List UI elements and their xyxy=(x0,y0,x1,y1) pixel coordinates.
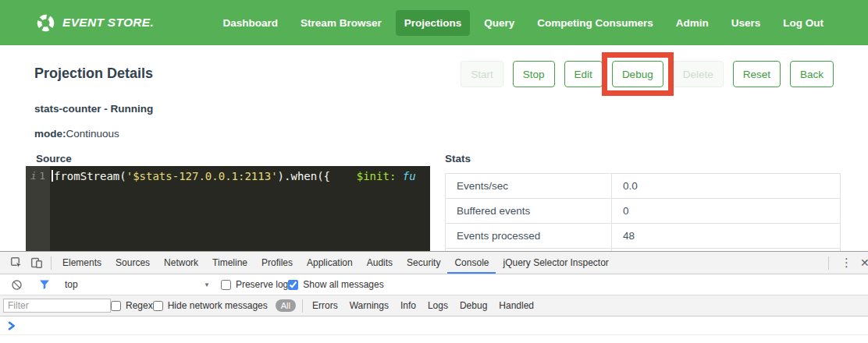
nav-item-stream-browser[interactable]: Stream Browser xyxy=(292,10,390,36)
filter-level-warnings[interactable]: Warnings xyxy=(350,300,389,311)
tab-sources[interactable]: Sources xyxy=(108,252,157,274)
nav-item-admin[interactable]: Admin xyxy=(667,10,717,36)
stat-label: Buffered events xyxy=(446,199,612,223)
filter-level-errors[interactable]: Errors xyxy=(312,300,338,311)
nav-item-users[interactable]: Users xyxy=(723,10,770,36)
tab-timeline[interactable]: Timeline xyxy=(205,252,254,274)
stat-label: Events processed xyxy=(446,224,612,248)
filter-all-badge[interactable]: All xyxy=(276,299,296,312)
code-token-type: fu xyxy=(403,170,416,182)
device-toolbar-icon[interactable] xyxy=(27,253,47,273)
delete-button: Delete xyxy=(673,61,724,87)
page-title: Projection Details xyxy=(34,65,153,82)
reset-button[interactable]: Reset xyxy=(733,61,781,87)
text-cursor xyxy=(52,170,53,182)
code-token xyxy=(396,170,402,182)
filter-input[interactable] xyxy=(3,299,111,313)
page-root: EVENT STORE. Dashboard Stream Browser Pr… xyxy=(0,0,868,343)
nav-item-projections[interactable]: Projections xyxy=(396,10,471,36)
source-heading: Source xyxy=(36,153,72,164)
tab-console[interactable]: Console xyxy=(447,252,496,274)
stats-heading: Stats xyxy=(445,153,471,164)
stat-value: 0 xyxy=(612,199,840,223)
stat-value: 48 xyxy=(612,224,840,248)
start-button: Start xyxy=(461,61,503,87)
projection-status: stats-counter - Running xyxy=(34,103,153,115)
stat-label: Events/sec xyxy=(446,174,612,198)
console-filter-bar: Regex Hide network messages All Errors W… xyxy=(0,295,868,316)
stats-table: Events/sec 0.0 Buffered events 0 Events … xyxy=(445,173,841,251)
hide-network-messages-checkbox[interactable] xyxy=(153,301,163,311)
line-number: 1 xyxy=(39,168,45,251)
mode-label: mode: xyxy=(34,128,66,140)
filter-icon[interactable] xyxy=(34,274,55,295)
show-all-messages-checkbox[interactable] xyxy=(288,280,298,290)
projection-mode: mode:Continuous xyxy=(34,128,119,140)
table-row: Buffered events 0 xyxy=(446,199,840,224)
event-store-logo-icon xyxy=(36,13,55,33)
debug-button-wrapper: Debug xyxy=(612,61,663,87)
gutter-info-annotation: i xyxy=(30,168,37,251)
code-line[interactable]: fromStream('$stats-127.0.0.1:2113').when… xyxy=(50,166,430,251)
tab-elements[interactable]: Elements xyxy=(55,252,108,274)
stat-value: 0.0 xyxy=(612,174,840,198)
devtools-tabbar: Elements Sources Network Timeline Profil… xyxy=(0,252,868,274)
editor-gutter: i 1 xyxy=(26,166,50,251)
nav-items: Dashboard Stream Browser Projections Que… xyxy=(215,10,832,36)
nav-item-log-out[interactable]: Log Out xyxy=(774,10,832,36)
tab-jquery-selector-inspector[interactable]: jQuery Selector Inspector xyxy=(496,252,615,274)
nav-item-dashboard[interactable]: Dashboard xyxy=(215,10,287,36)
edit-button[interactable]: Edit xyxy=(564,61,603,87)
tab-security[interactable]: Security xyxy=(400,252,447,274)
filter-level-debug[interactable]: Debug xyxy=(460,300,487,311)
filter-level-handled[interactable]: Handled xyxy=(499,300,534,311)
preserve-log-checkbox[interactable] xyxy=(221,280,231,290)
code-token-string: '$stats-127.0.0.1:2113' xyxy=(126,170,278,182)
filter-level-logs[interactable]: Logs xyxy=(428,300,448,311)
brand-title: EVENT STORE. xyxy=(62,16,154,30)
nav-item-query[interactable]: Query xyxy=(475,10,523,36)
table-row: Events/sec 0.0 xyxy=(446,174,840,199)
devtools-menu-icon[interactable]: ⋮ xyxy=(833,256,860,270)
stop-button[interactable]: Stop xyxy=(513,61,555,87)
tab-profiles[interactable]: Profiles xyxy=(254,252,300,274)
mode-value: Continuous xyxy=(66,128,119,140)
back-button[interactable]: Back xyxy=(790,61,834,87)
code-token: ).when({ xyxy=(278,170,357,182)
console-input-line[interactable] xyxy=(0,316,868,335)
inspect-element-icon[interactable] xyxy=(6,253,27,273)
action-buttons: Start Stop Edit Debug Delete Reset Back xyxy=(461,61,834,87)
tab-audits[interactable]: Audits xyxy=(360,252,400,274)
brand[interactable]: EVENT STORE. xyxy=(36,13,154,33)
regex-label: Regex xyxy=(126,300,153,311)
nav-item-competing-consumers[interactable]: Competing Consumers xyxy=(528,10,662,36)
devtools-panel: Elements Sources Network Timeline Profil… xyxy=(0,251,868,343)
execution-context-selector[interactable]: top xyxy=(65,279,204,290)
table-row: Events processed 48 xyxy=(446,224,840,249)
code-token-keyword: $init: xyxy=(357,170,397,182)
console-toolbar: top ▼ Preserve log Show all messages xyxy=(0,274,868,295)
chevron-down-icon[interactable]: ▼ xyxy=(204,281,210,288)
tab-application[interactable]: Application xyxy=(300,252,360,274)
tabbar-right-controls: ⋮ ✕ xyxy=(824,256,868,270)
hide-network-messages-label: Hide network messages xyxy=(168,300,268,311)
close-icon[interactable]: ✕ xyxy=(860,256,868,269)
filter-level-info[interactable]: Info xyxy=(400,300,416,311)
console-prompt-icon xyxy=(8,321,16,331)
navbar: EVENT STORE. Dashboard Stream Browser Pr… xyxy=(0,0,868,45)
tab-network[interactable]: Network xyxy=(157,252,205,274)
source-code-editor[interactable]: i 1 fromStream('$stats-127.0.0.1:2113').… xyxy=(26,166,430,251)
clear-console-icon[interactable] xyxy=(6,274,27,295)
show-all-messages-label: Show all messages xyxy=(303,279,383,290)
debug-button[interactable]: Debug xyxy=(612,61,663,87)
preserve-log-label: Preserve log xyxy=(236,279,288,290)
regex-checkbox[interactable] xyxy=(111,301,121,311)
divider xyxy=(302,299,303,313)
code-token: fromStream( xyxy=(54,170,126,182)
divider xyxy=(828,256,829,270)
divider xyxy=(51,256,52,270)
